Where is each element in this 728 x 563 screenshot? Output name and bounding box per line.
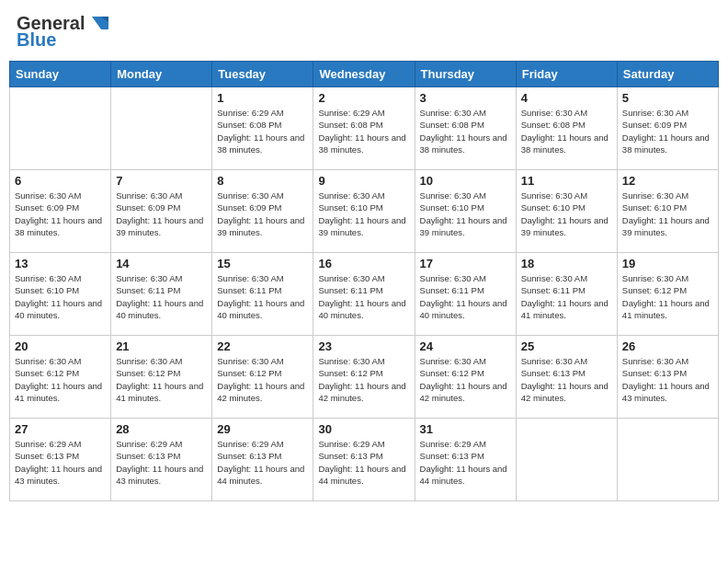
day-number: 8 <box>217 174 308 188</box>
calendar-cell: 9Sunrise: 6:30 AM Sunset: 6:10 PM Daylig… <box>313 170 415 253</box>
day-number: 2 <box>318 91 409 105</box>
day-info: Sunrise: 6:30 AM Sunset: 6:12 PM Dayligh… <box>15 355 106 404</box>
calendar-cell: 22Sunrise: 6:30 AM Sunset: 6:12 PM Dayli… <box>212 336 313 419</box>
day-info: Sunrise: 6:30 AM Sunset: 6:12 PM Dayligh… <box>318 355 409 404</box>
day-number: 12 <box>622 174 713 188</box>
header-friday: Friday <box>516 62 617 87</box>
calendar-cell: 2Sunrise: 6:29 AM Sunset: 6:08 PM Daylig… <box>313 87 415 170</box>
week-row-3: 13Sunrise: 6:30 AM Sunset: 6:10 PM Dayli… <box>10 253 719 336</box>
calendar-cell: 26Sunrise: 6:30 AM Sunset: 6:13 PM Dayli… <box>617 336 718 419</box>
calendar-cell: 4Sunrise: 6:30 AM Sunset: 6:08 PM Daylig… <box>516 87 617 170</box>
day-info: Sunrise: 6:29 AM Sunset: 6:13 PM Dayligh… <box>420 438 511 487</box>
header-thursday: Thursday <box>415 62 516 87</box>
header-sunday: Sunday <box>10 62 111 87</box>
day-info: Sunrise: 6:30 AM Sunset: 6:11 PM Dayligh… <box>318 272 409 321</box>
day-number: 17 <box>420 257 511 270</box>
day-info: Sunrise: 6:29 AM Sunset: 6:08 PM Dayligh… <box>318 107 409 155</box>
calendar-cell: 25Sunrise: 6:30 AM Sunset: 6:13 PM Dayli… <box>516 336 617 419</box>
day-info: Sunrise: 6:30 AM Sunset: 6:08 PM Dayligh… <box>420 107 511 155</box>
calendar-cell <box>516 419 617 501</box>
day-number: 4 <box>521 91 612 105</box>
day-info: Sunrise: 6:30 AM Sunset: 6:10 PM Dayligh… <box>622 190 713 238</box>
day-info: Sunrise: 6:30 AM Sunset: 6:10 PM Dayligh… <box>521 190 612 238</box>
day-info: Sunrise: 6:30 AM Sunset: 6:09 PM Dayligh… <box>622 107 713 155</box>
day-info: Sunrise: 6:30 AM Sunset: 6:12 PM Dayligh… <box>622 272 713 321</box>
calendar-cell: 5Sunrise: 6:30 AM Sunset: 6:09 PM Daylig… <box>617 87 718 170</box>
day-info: Sunrise: 6:30 AM Sunset: 6:11 PM Dayligh… <box>420 272 511 321</box>
day-info: Sunrise: 6:29 AM Sunset: 6:13 PM Dayligh… <box>15 438 106 487</box>
day-info: Sunrise: 6:30 AM Sunset: 6:11 PM Dayligh… <box>116 272 207 321</box>
day-info: Sunrise: 6:29 AM Sunset: 6:13 PM Dayligh… <box>217 438 308 487</box>
day-info: Sunrise: 6:30 AM Sunset: 6:11 PM Dayligh… <box>217 272 308 321</box>
day-number: 11 <box>521 174 612 188</box>
day-info: Sunrise: 6:29 AM Sunset: 6:13 PM Dayligh… <box>318 438 409 487</box>
header-monday: Monday <box>111 62 212 87</box>
calendar-cell: 21Sunrise: 6:30 AM Sunset: 6:12 PM Dayli… <box>111 336 212 419</box>
day-number: 20 <box>15 339 106 353</box>
day-info: Sunrise: 6:30 AM Sunset: 6:09 PM Dayligh… <box>217 190 308 238</box>
day-info: Sunrise: 6:30 AM Sunset: 6:10 PM Dayligh… <box>420 190 511 238</box>
day-info: Sunrise: 6:30 AM Sunset: 6:13 PM Dayligh… <box>622 355 713 404</box>
calendar-cell: 29Sunrise: 6:29 AM Sunset: 6:13 PM Dayli… <box>212 419 313 501</box>
calendar-cell <box>617 419 718 501</box>
calendar-cell: 19Sunrise: 6:30 AM Sunset: 6:12 PM Dayli… <box>617 253 718 336</box>
header-tuesday: Tuesday <box>212 62 313 87</box>
day-number: 14 <box>116 257 207 270</box>
day-info: Sunrise: 6:30 AM Sunset: 6:10 PM Dayligh… <box>15 272 106 321</box>
calendar-cell: 3Sunrise: 6:30 AM Sunset: 6:08 PM Daylig… <box>415 87 516 170</box>
calendar-header-row: SundayMondayTuesdayWednesdayThursdayFrid… <box>10 62 719 87</box>
day-number: 24 <box>420 339 511 353</box>
day-number: 16 <box>318 257 409 270</box>
calendar-cell: 10Sunrise: 6:30 AM Sunset: 6:10 PM Dayli… <box>415 170 516 253</box>
logo-blue-text: Blue <box>17 29 108 50</box>
calendar-cell: 30Sunrise: 6:29 AM Sunset: 6:13 PM Dayli… <box>313 419 415 501</box>
day-info: Sunrise: 6:29 AM Sunset: 6:13 PM Dayligh… <box>116 438 207 487</box>
header-saturday: Saturday <box>617 62 718 87</box>
day-info: Sunrise: 6:30 AM Sunset: 6:13 PM Dayligh… <box>521 355 612 404</box>
day-info: Sunrise: 6:30 AM Sunset: 6:11 PM Dayligh… <box>521 272 612 321</box>
day-number: 28 <box>116 422 207 436</box>
calendar-cell: 6Sunrise: 6:30 AM Sunset: 6:09 PM Daylig… <box>10 170 111 253</box>
calendar-cell: 23Sunrise: 6:30 AM Sunset: 6:12 PM Dayli… <box>313 336 415 419</box>
day-number: 21 <box>116 339 207 353</box>
calendar-cell: 27Sunrise: 6:29 AM Sunset: 6:13 PM Dayli… <box>10 419 111 501</box>
day-info: Sunrise: 6:30 AM Sunset: 6:09 PM Dayligh… <box>116 190 207 238</box>
day-number: 30 <box>318 422 409 436</box>
calendar-cell: 31Sunrise: 6:29 AM Sunset: 6:13 PM Dayli… <box>415 419 516 501</box>
day-info: Sunrise: 6:30 AM Sunset: 6:10 PM Dayligh… <box>318 190 409 238</box>
calendar-cell: 12Sunrise: 6:30 AM Sunset: 6:10 PM Dayli… <box>617 170 718 253</box>
calendar-cell <box>10 87 111 170</box>
day-number: 18 <box>521 257 612 270</box>
calendar-cell: 8Sunrise: 6:30 AM Sunset: 6:09 PM Daylig… <box>212 170 313 253</box>
calendar-cell: 1Sunrise: 6:29 AM Sunset: 6:08 PM Daylig… <box>212 87 313 170</box>
day-number: 5 <box>622 91 713 105</box>
day-number: 10 <box>420 174 511 188</box>
day-number: 9 <box>318 174 409 188</box>
calendar-cell: 17Sunrise: 6:30 AM Sunset: 6:11 PM Dayli… <box>415 253 516 336</box>
day-number: 6 <box>15 174 106 188</box>
week-row-5: 27Sunrise: 6:29 AM Sunset: 6:13 PM Dayli… <box>10 419 719 501</box>
day-number: 29 <box>217 422 308 436</box>
day-number: 27 <box>15 422 106 436</box>
week-row-2: 6Sunrise: 6:30 AM Sunset: 6:09 PM Daylig… <box>10 170 719 253</box>
day-number: 23 <box>318 339 409 353</box>
calendar-cell: 11Sunrise: 6:30 AM Sunset: 6:10 PM Dayli… <box>516 170 617 253</box>
week-row-1: 1Sunrise: 6:29 AM Sunset: 6:08 PM Daylig… <box>10 87 719 170</box>
calendar-cell: 24Sunrise: 6:30 AM Sunset: 6:12 PM Dayli… <box>415 336 516 419</box>
calendar-cell <box>111 87 212 170</box>
day-number: 19 <box>622 257 713 270</box>
day-number: 25 <box>521 339 612 353</box>
day-info: Sunrise: 6:30 AM Sunset: 6:09 PM Dayligh… <box>15 190 106 238</box>
calendar-cell: 13Sunrise: 6:30 AM Sunset: 6:10 PM Dayli… <box>10 253 111 336</box>
calendar-cell: 15Sunrise: 6:30 AM Sunset: 6:11 PM Dayli… <box>212 253 313 336</box>
calendar-cell: 18Sunrise: 6:30 AM Sunset: 6:11 PM Dayli… <box>516 253 617 336</box>
day-number: 26 <box>622 339 713 353</box>
calendar-table: SundayMondayTuesdayWednesdayThursdayFrid… <box>9 61 719 501</box>
week-row-4: 20Sunrise: 6:30 AM Sunset: 6:12 PM Dayli… <box>10 336 719 419</box>
header-wednesday: Wednesday <box>313 62 415 87</box>
calendar-cell: 28Sunrise: 6:29 AM Sunset: 6:13 PM Dayli… <box>111 419 212 501</box>
day-number: 7 <box>116 174 207 188</box>
day-number: 13 <box>15 257 106 270</box>
calendar-cell: 20Sunrise: 6:30 AM Sunset: 6:12 PM Dayli… <box>10 336 111 419</box>
day-info: Sunrise: 6:30 AM Sunset: 6:08 PM Dayligh… <box>521 107 612 155</box>
